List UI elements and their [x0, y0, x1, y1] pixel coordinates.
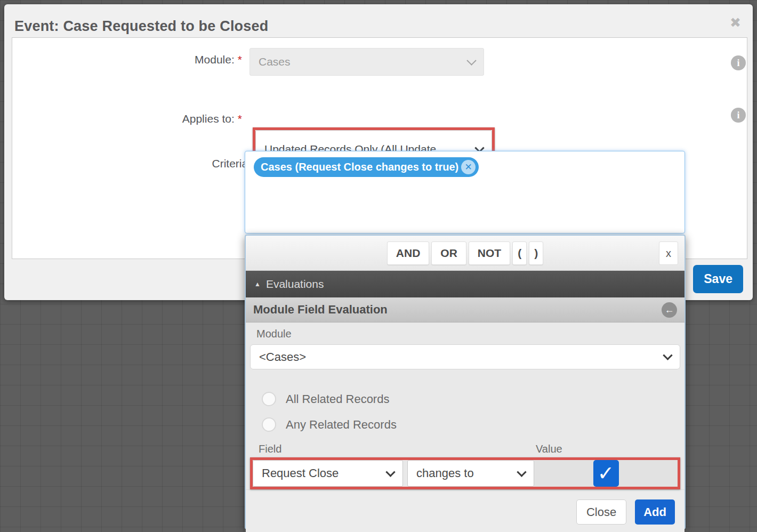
all-related-records-option[interactable]: All Related Records: [262, 392, 680, 406]
close-button[interactable]: Close: [576, 499, 626, 525]
radio-label: Any Related Records: [286, 418, 397, 432]
evaluations-section-label: Evaluations: [266, 278, 324, 291]
field-column-label: Field: [259, 443, 536, 455]
builder-module-select-value: <Cases>: [259, 350, 659, 364]
back-arrow-icon[interactable]: ←: [662, 302, 677, 318]
not-button[interactable]: NOT: [469, 241, 510, 265]
condition-row-highlight-box: Request Close changes to ✓: [250, 457, 680, 489]
evaluation-form: Module <Cases> All Related Records Any R…: [246, 323, 684, 489]
value-column-label: Value: [536, 443, 562, 455]
value-checkbox[interactable]: ✓: [593, 460, 619, 487]
dialog-footer: Save: [693, 265, 743, 293]
field-select[interactable]: Request Close: [253, 460, 403, 487]
builder-module-select[interactable]: <Cases>: [250, 344, 680, 369]
chevron-down-icon: [385, 467, 395, 477]
close-paren-button[interactable]: ): [529, 241, 543, 265]
field-value-labels: Field Value: [250, 443, 680, 455]
applies-to-required-asterisk: *: [238, 112, 242, 125]
info-icon[interactable]: i: [731, 55, 746, 70]
chevron-down-icon: [466, 55, 476, 65]
radio-label: All Related Records: [286, 392, 389, 406]
info-icon[interactable]: i: [731, 108, 746, 123]
dialog-title: Event: Case Requested to be Closed: [14, 18, 268, 35]
checkmark-icon: ✓: [598, 463, 615, 483]
remove-criteria-icon[interactable]: ✕: [461, 160, 476, 174]
popup-footer: Close Add: [246, 489, 684, 532]
criteria-label: Criteria:: [27, 157, 251, 170]
radio-icon[interactable]: [262, 417, 276, 432]
related-records-radios: All Related Records Any Related Records: [262, 392, 680, 432]
logic-operator-toolbar: AND OR NOT ( ) x: [246, 236, 684, 271]
field-select-value: Request Close: [262, 466, 382, 480]
or-button[interactable]: OR: [431, 241, 466, 265]
module-label: Module:*: [18, 53, 242, 66]
collapse-triangle-icon: ▲: [254, 280, 261, 288]
chevron-down-icon: [663, 350, 672, 360]
radio-icon[interactable]: [262, 392, 276, 406]
builder-module-label: Module: [256, 328, 680, 340]
and-button[interactable]: AND: [387, 241, 430, 265]
applies-to-label: Applies to:*: [18, 112, 242, 125]
criteria-input-area[interactable]: Cases (Request Close changes to true) ✕: [245, 151, 685, 233]
applies-to-label-text: Applies to:: [182, 112, 235, 125]
value-cell: ✓: [534, 460, 678, 487]
add-button[interactable]: Add: [635, 499, 675, 525]
dialog-header: Event: Case Requested to be Closed ✖: [4, 4, 753, 37]
open-paren-button[interactable]: (: [512, 241, 527, 265]
module-select-value: Cases: [259, 55, 463, 68]
close-icon[interactable]: ✖: [730, 16, 741, 29]
module-label-text: Module:: [195, 53, 235, 66]
operator-select-value: changes to: [416, 466, 513, 480]
any-related-records-option[interactable]: Any Related Records: [262, 417, 680, 432]
evaluations-section-header[interactable]: ▲ Evaluations: [246, 271, 684, 297]
chevron-down-icon: [517, 467, 526, 477]
criteria-builder-popup: AND OR NOT ( ) x ▲ Evaluations Module Fi…: [245, 235, 686, 529]
panel-title: Module Field Evaluation: [253, 303, 662, 317]
criteria-pill[interactable]: Cases (Request Close changes to true) ✕: [254, 157, 479, 177]
module-field-evaluation-bar: Module Field Evaluation ←: [246, 297, 684, 323]
module-select[interactable]: Cases: [249, 48, 484, 76]
clear-button[interactable]: x: [659, 241, 678, 265]
operator-select[interactable]: changes to: [407, 460, 534, 487]
module-required-asterisk: *: [238, 53, 242, 66]
criteria-pill-text: Cases (Request Close changes to true): [261, 161, 458, 173]
save-button[interactable]: Save: [693, 265, 743, 293]
